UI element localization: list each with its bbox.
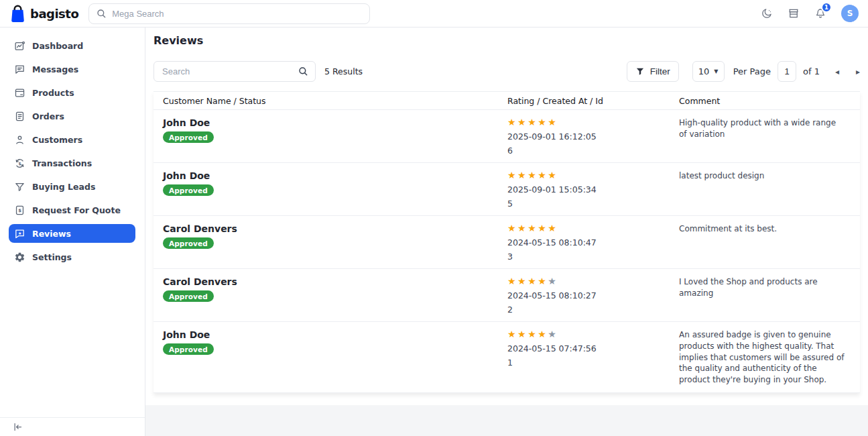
- table-row[interactable]: John Doe Approved ★★★★★ 2025-09-01 16:12…: [153, 110, 860, 163]
- grid-search: [153, 61, 316, 82]
- page-title: Reviews: [153, 34, 860, 47]
- reviews-table: Customer Name / StatusRating / Created A…: [153, 91, 860, 393]
- logo[interactable]: bagisto: [9, 5, 78, 23]
- star-icon: ★: [507, 170, 517, 180]
- notification-badge: 1: [821, 2, 832, 13]
- table-row[interactable]: John Doe Approved ★★★★★ 2025-09-01 15:05…: [153, 163, 860, 216]
- grid-search-input[interactable]: [153, 61, 316, 82]
- sidebar-item-customers[interactable]: Customers: [9, 130, 135, 149]
- star-icon: ★: [538, 223, 548, 233]
- review-comment: High-quality product with a wide range o…: [679, 110, 860, 162]
- review-comment: An assured badge is given to genuine pro…: [679, 322, 860, 392]
- store-icon[interactable]: [788, 7, 800, 19]
- star-icon: ★: [517, 329, 528, 339]
- customer-name: John Doe: [163, 329, 507, 340]
- search-icon: [96, 8, 107, 21]
- sidebar-item-buying-leads[interactable]: Buying Leads: [9, 177, 135, 196]
- created-at: 2025-09-01 16:12:05: [507, 131, 679, 142]
- customer-name: John Doe: [163, 170, 507, 181]
- sidebar-item-label: Products: [32, 88, 74, 98]
- transactions-icon: $: [13, 157, 25, 169]
- sidebar-item-transactions[interactable]: $Transactions: [9, 154, 135, 172]
- sidebar-footer: [0, 417, 145, 436]
- sidebar-item-label: Customers: [32, 135, 82, 145]
- top-header: bagisto 1 S: [0, 0, 868, 28]
- filter-button[interactable]: Filter: [627, 61, 679, 82]
- sidebar: DashboardMessagesProductsOrdersCustomers…: [0, 28, 145, 436]
- chevron-down-icon: ▼: [714, 68, 718, 74]
- rating-stars: ★★★★★: [507, 223, 679, 233]
- customer-name: John Doe: [163, 117, 507, 128]
- user-avatar[interactable]: S: [841, 5, 859, 22]
- rating-stars: ★★★★★: [507, 276, 679, 286]
- created-at: 2025-09-01 15:05:34: [507, 184, 679, 195]
- sidebar-item-label: Messages: [32, 64, 78, 74]
- rating-stars: ★★★★★: [507, 117, 679, 127]
- sidebar-item-orders[interactable]: Orders: [9, 107, 135, 125]
- sidebar-item-products[interactable]: Products: [9, 83, 135, 102]
- sidebar-item-dashboard[interactable]: Dashboard: [9, 36, 135, 55]
- table-body: John Doe Approved ★★★★★ 2025-09-01 16:12…: [153, 110, 860, 393]
- customer-name: Carol Denvers: [163, 223, 507, 234]
- customers-icon: [13, 133, 25, 146]
- star-icon: ★: [548, 329, 558, 339]
- logo-text: bagisto: [30, 7, 78, 21]
- rating-stars: ★★★★★: [507, 329, 679, 339]
- per-page-select[interactable]: 10 ▼: [692, 61, 725, 82]
- table-row[interactable]: Carol Denvers Approved ★★★★★ 2024-05-15 …: [153, 216, 860, 269]
- dashboard-icon: [13, 40, 25, 52]
- status-badge: Approved: [163, 290, 214, 302]
- star-icon: ★: [538, 170, 548, 180]
- star-icon: ★: [528, 329, 538, 339]
- header-actions: 1 S: [761, 5, 859, 22]
- reviews-panel: Reviews 5 Results Filter: [145, 28, 868, 405]
- star-icon: ★: [517, 170, 528, 180]
- page-background: [145, 405, 868, 436]
- review-id: 1: [507, 358, 679, 368]
- sidebar-nav: DashboardMessagesProductsOrdersCustomers…: [0, 36, 145, 266]
- mega-search-input[interactable]: [88, 3, 370, 24]
- star-icon: ★: [517, 117, 528, 127]
- star-icon: ★: [517, 276, 528, 286]
- star-icon: ★: [507, 276, 517, 286]
- star-icon: ★: [528, 117, 538, 127]
- star-icon: ★: [538, 117, 548, 127]
- customer-name: Carol Denvers: [163, 276, 507, 287]
- orders-icon: [13, 110, 25, 122]
- sidebar-item-label: Reviews: [32, 229, 71, 239]
- status-badge: Approved: [163, 184, 214, 196]
- per-page-label: Per Page: [733, 66, 771, 76]
- reviews-icon: ★: [13, 227, 25, 239]
- table-row[interactable]: John Doe Approved ★★★★★ 2024-05-15 07:47…: [153, 322, 860, 393]
- page-of-label: of 1: [803, 66, 820, 76]
- review-comment: latest product design: [679, 163, 860, 215]
- star-icon: ★: [528, 223, 538, 233]
- sidebar-item-request-for-quote[interactable]: $Request For Quote: [9, 201, 135, 219]
- next-page-icon[interactable]: ▸: [856, 68, 860, 76]
- status-badge: Approved: [163, 343, 214, 355]
- star-icon: ★: [548, 223, 558, 233]
- datagrid-toolbar: 5 Results Filter 10 ▼ Per Page of 1: [153, 61, 860, 82]
- sidebar-item-settings[interactable]: Settings: [9, 248, 135, 266]
- star-icon: ★: [548, 276, 558, 286]
- review-id: 3: [507, 252, 679, 262]
- messages-icon: [13, 63, 25, 75]
- settings-icon: [13, 251, 25, 263]
- prev-page-icon[interactable]: ◂: [835, 68, 839, 76]
- notifications-bell-icon[interactable]: 1: [814, 7, 826, 19]
- current-page-input[interactable]: [778, 61, 796, 82]
- collapse-sidebar-icon[interactable]: [13, 422, 23, 432]
- products-icon: [13, 87, 25, 99]
- search-icon[interactable]: [298, 66, 308, 78]
- sidebar-item-messages[interactable]: Messages: [9, 60, 135, 78]
- review-comment: Commitment at its best.: [679, 216, 860, 268]
- svg-text:★: ★: [17, 230, 21, 235]
- sidebar-item-reviews[interactable]: ★Reviews: [9, 224, 135, 243]
- table-row[interactable]: Carol Denvers Approved ★★★★★ 2024-05-15 …: [153, 269, 860, 322]
- main-content: Reviews 5 Results Filter: [145, 28, 868, 436]
- created-at: 2024-05-15 08:10:27: [507, 290, 679, 301]
- moon-icon[interactable]: [761, 7, 773, 19]
- rating-stars: ★★★★★: [507, 170, 679, 180]
- funnel-icon: [635, 67, 645, 76]
- star-icon: ★: [507, 223, 517, 233]
